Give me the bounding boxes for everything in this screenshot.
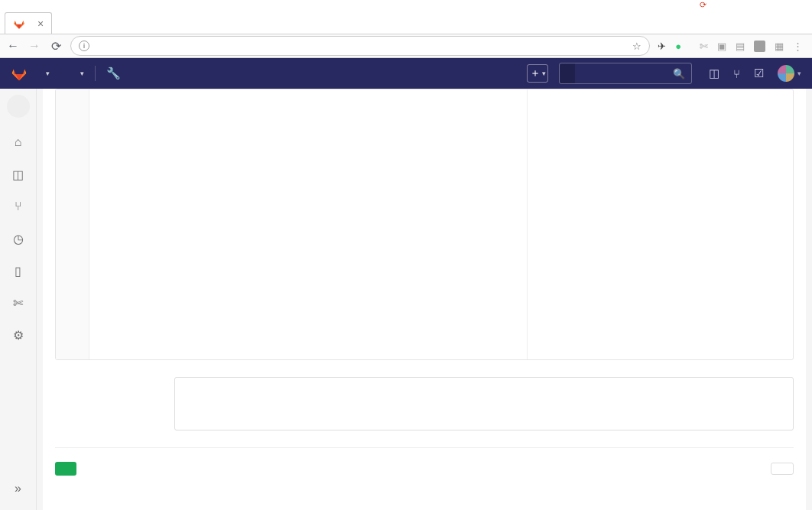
main-content <box>43 89 806 510</box>
forward-button: → <box>28 39 41 53</box>
extension-pdf-icon[interactable]: ▤ <box>736 41 745 52</box>
extension-box1-icon[interactable]: ▣ <box>717 41 726 52</box>
editor-code-area[interactable] <box>89 89 793 359</box>
search-scope[interactable] <box>560 63 575 83</box>
url-input[interactable]: i ☆ <box>70 36 650 56</box>
search-input[interactable] <box>575 68 667 80</box>
sidebar-wiki-icon[interactable]: ▯ <box>5 257 32 284</box>
window-titlebar: ⟳ <box>0 0 812 9</box>
divider <box>95 66 96 81</box>
extension-icons: ✈ ● ✄ ▣ ▤ ▦ ⋮ <box>658 41 806 52</box>
sync-icon: ⟳ <box>700 0 706 10</box>
project-avatar[interactable] <box>7 95 30 118</box>
nav-projects[interactable]: ▾ <box>43 70 50 77</box>
tab-close-icon[interactable]: × <box>37 18 44 30</box>
gitlab-favicon-icon <box>13 18 25 30</box>
browser-tab-strip: × <box>0 9 812 34</box>
merge-requests-icon[interactable]: ⑂ <box>733 67 740 80</box>
issues-icon[interactable]: ◫ <box>709 67 719 80</box>
chevron-down-icon: ▾ <box>80 70 84 77</box>
chevron-down-icon: ▾ <box>797 70 801 77</box>
user-menu[interactable]: ▾ <box>778 65 801 82</box>
sidebar-home-icon[interactable]: ⌂ <box>5 128 32 156</box>
search-icon[interactable]: 🔍 <box>667 68 691 80</box>
browser-menu-icon[interactable]: ⋮ <box>793 41 803 52</box>
extension-grid-icon[interactable]: ▦ <box>775 41 784 52</box>
plus-icon: ＋ <box>530 67 541 80</box>
site-info-icon[interactable]: i <box>79 41 89 51</box>
sidebar-snippets-icon[interactable]: ✄ <box>5 289 32 317</box>
user-avatar-icon <box>778 65 794 82</box>
chevron-down-icon: ▾ <box>46 70 50 77</box>
sidebar-merge-icon[interactable]: ⑂ <box>5 193 32 220</box>
sidebar-collapse-icon[interactable]: » <box>5 475 32 502</box>
commit-message-input[interactable] <box>174 377 794 430</box>
cancel-button[interactable] <box>771 463 794 475</box>
back-button[interactable]: ← <box>6 39 20 53</box>
extension-scissors-icon[interactable]: ✄ <box>700 41 708 52</box>
commit-message-label <box>55 377 162 382</box>
project-sidebar: ⌂ ◫ ⑂ ◷ ▯ ✄ ⚙ » <box>0 89 37 510</box>
gitlab-logo-icon <box>11 65 28 82</box>
gitlab-nav: ▾ ▾ <box>43 70 84 77</box>
extension-pin-icon[interactable]: ✈ <box>658 41 666 52</box>
sidebar-ci-icon[interactable]: ◷ <box>5 225 32 252</box>
extension-g-icon[interactable] <box>754 41 765 52</box>
bookmark-star-icon[interactable]: ☆ <box>632 41 641 52</box>
browser-address-bar: ← → ⟳ i ☆ ✈ ● ✄ ▣ ▤ ▦ ⋮ <box>0 34 812 58</box>
extension-chat-icon[interactable]: ● <box>675 41 681 52</box>
reload-button[interactable]: ⟳ <box>49 39 63 54</box>
editor-ruler <box>527 89 528 359</box>
nav-more[interactable]: ▾ <box>77 70 84 77</box>
window-user: ⟳ <box>700 0 710 10</box>
sidebar-repository-icon[interactable]: ◫ <box>5 161 32 188</box>
admin-wrench-icon[interactable]: 🔧 <box>106 67 121 80</box>
new-dropdown-button[interactable]: ＋▾ <box>527 64 548 83</box>
gitlab-logo[interactable] <box>11 65 32 82</box>
chevron-down-icon: ▾ <box>542 70 546 77</box>
commit-changes-button[interactable] <box>55 462 76 476</box>
header-search: 🔍 <box>559 63 692 84</box>
header-right-icons: ◫ ⑂ ☑ ▾ <box>709 65 801 82</box>
action-row <box>55 462 794 476</box>
todos-icon[interactable]: ☑ <box>754 67 764 80</box>
browser-tab[interactable]: × <box>5 12 52 34</box>
gitlab-body: ⌂ ◫ ⑂ ◷ ▯ ✄ ⚙ » <box>0 89 812 510</box>
editor-gutter <box>56 89 89 359</box>
commit-message-row <box>55 377 794 430</box>
file-editor[interactable] <box>55 89 794 360</box>
sidebar-settings-icon[interactable]: ⚙ <box>5 321 32 349</box>
divider <box>55 447 794 448</box>
gitlab-header: ▾ ▾ 🔧 ＋▾ 🔍 ◫ ⑂ ☑ ▾ <box>0 58 812 89</box>
